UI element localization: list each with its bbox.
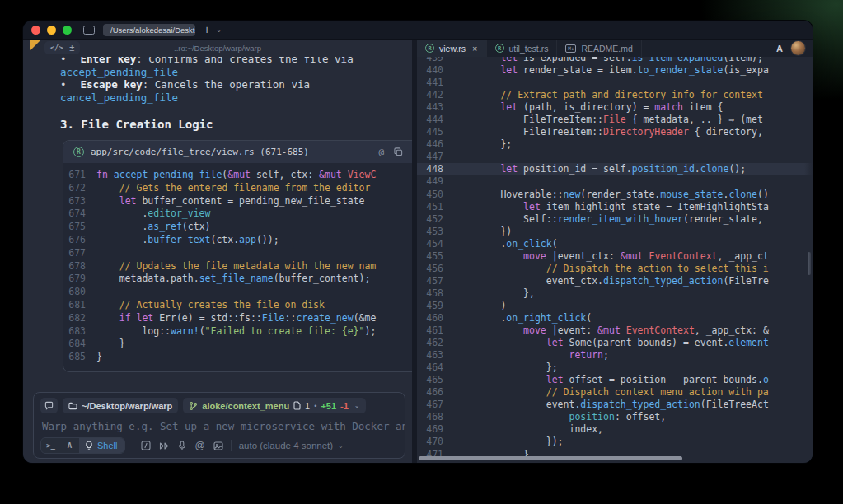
agent-mode-button[interactable]: A <box>60 438 79 453</box>
close-icon[interactable]: × <box>472 44 477 54</box>
line-number: 673 <box>63 195 96 208</box>
close-window-button[interactable] <box>31 26 40 35</box>
line-number: 458 <box>417 287 455 300</box>
bookmark-corner-icon <box>30 40 40 51</box>
line-number: 468 <box>417 411 455 423</box>
doc-bullet-code: accept_pending_file <box>60 66 412 79</box>
git-status-chip[interactable]: aloke/context_menu 1 • +51 -1 ⌄ <box>183 398 365 413</box>
dot-separator: • <box>314 402 316 410</box>
code-line: 675 .as_ref(ctx) <box>63 221 412 234</box>
input-toolbar: >_ A Shell @ <box>34 432 405 454</box>
divider <box>133 440 133 451</box>
tab-list-chevron-icon[interactable]: ⌄ <box>216 26 222 34</box>
attach-image-icon[interactable] <box>213 441 223 450</box>
code-line: 449 <box>417 175 813 188</box>
window-tab[interactable]: /Users/alokedesai/Desktop/warp/w <box>103 24 195 36</box>
vertical-scrollbar[interactable] <box>808 252 811 275</box>
code-line: 684 } <box>63 338 412 351</box>
line-number: 683 <box>63 325 96 338</box>
line-number: 459 <box>417 300 455 312</box>
copy-icon[interactable] <box>394 147 403 156</box>
slash-command-icon[interactable] <box>141 441 151 450</box>
mention-icon[interactable]: @ <box>378 147 384 157</box>
line-number: 671 <box>63 169 96 182</box>
model-selector[interactable]: auto (claude 4 sonnet) ⌄ <box>239 441 344 450</box>
code-line: 448 let position_id = self.position_id.c… <box>417 163 813 175</box>
agent-a-icon: A <box>68 441 72 450</box>
line-number: 678 <box>63 260 96 273</box>
git-branch-name: aloke/context_menu <box>202 401 289 411</box>
code-line: 462 let Some(parent_bounds) = event.elem… <box>417 337 813 349</box>
line-number: 684 <box>63 338 96 351</box>
code-editor[interactable]: 439 let is_expanded = self.is_item_expan… <box>417 57 813 463</box>
tab-label: README.md <box>581 44 632 54</box>
line-number: 451 <box>417 201 455 213</box>
code-block-icon[interactable]: </> <box>50 44 63 52</box>
code-line: 463 return; <box>417 349 813 362</box>
mention-icon[interactable]: @ <box>194 440 204 451</box>
line-number: 462 <box>417 337 455 349</box>
line-number: 443 <box>417 101 455 114</box>
warp-logo-icon[interactable]: A <box>776 44 783 54</box>
tab-readme-md[interactable]: M↓ README.md <box>557 40 641 57</box>
git-additions: +51 <box>321 401 336 411</box>
cwd-chip[interactable]: ~/Desktop/warp/warp <box>63 398 178 413</box>
line-number: 449 <box>417 175 455 188</box>
chevron-down-icon: ⌄ <box>354 402 360 409</box>
code-line: 442 // Extract path and directory info f… <box>417 89 813 101</box>
context-chips-row: ~/Desktop/warp/warp aloke/context_menu 1… <box>34 393 405 416</box>
code-snippet-header: R app/src/code/file_tree/view.rs (671-68… <box>63 141 412 163</box>
code-line: 453 }) <box>417 226 813 238</box>
conversation-bubble-button[interactable] <box>40 398 58 413</box>
command-input[interactable]: Warp anything e.g. Set up a new microser… <box>34 416 405 432</box>
code-line: 682 if let Err(e) = std::fs::File::creat… <box>63 312 412 325</box>
zoom-window-button[interactable] <box>63 26 72 35</box>
lightbulb-icon <box>85 441 93 450</box>
run-forward-icon[interactable] <box>159 441 170 450</box>
shell-mode-button[interactable]: Shell <box>79 438 124 453</box>
tab-util-test-rs[interactable]: R util_test.rs <box>487 40 558 57</box>
doc-section-heading: 3. File Creation Logic <box>60 118 412 131</box>
line-number: 441 <box>417 77 455 89</box>
terminal-pane-path: ..ro:~/Desktop/warp/warp <box>23 44 412 53</box>
line-number: 456 <box>417 263 455 275</box>
sidebar-toggle-icon[interactable] <box>83 26 95 35</box>
warp-window: /Users/alokedesai/Desktop/warp/w + ⌄ ..r… <box>23 21 813 463</box>
line-number: 445 <box>417 126 455 138</box>
file-icon <box>293 401 301 410</box>
code-line: 461 move |event: &mut EventContext, _app… <box>417 324 813 337</box>
code-line: 451 let item_highlight_state = ItemHighl… <box>417 201 813 213</box>
code-snippet-body: 671fn accept_pending_file(&mut self, ctx… <box>63 163 412 371</box>
rust-file-icon: R <box>73 147 84 157</box>
code-line: 445 FileTreeItem::DirectoryHeader { dire… <box>417 126 813 138</box>
line-number: 469 <box>417 423 455 436</box>
code-line: 680 <box>63 286 412 299</box>
code-line: 439 let is_expanded = self.is_item_expan… <box>417 57 813 64</box>
code-line: 458 }, <box>417 287 813 300</box>
divider <box>231 440 232 451</box>
line-number: 465 <box>417 374 455 386</box>
command-input-card: ~/Desktop/warp/warp aloke/context_menu 1… <box>33 392 405 459</box>
microphone-icon[interactable] <box>178 441 186 450</box>
minimize-window-button[interactable] <box>47 26 56 35</box>
new-tab-button[interactable]: + <box>204 24 210 35</box>
code-line: 681 // Actually creates the file on disk <box>63 299 412 312</box>
code-line: 460 .on_right_click( <box>417 312 813 324</box>
line-number: 679 <box>63 273 96 286</box>
line-number: 452 <box>417 213 455 226</box>
horizontal-scrollbar[interactable] <box>419 456 682 460</box>
tab-view-rs[interactable]: R view.rs × <box>417 40 487 57</box>
user-avatar[interactable] <box>791 41 805 55</box>
diff-icon[interactable]: ± <box>69 43 74 53</box>
code-line: 678 // Updates the file metadata with th… <box>63 260 412 273</box>
doc-bullet-code: cancel_pending_file <box>60 91 412 105</box>
terminal-prompt-icon: >_ <box>46 441 55 450</box>
code-line: 456 // Dispatch the action to select thi… <box>417 263 813 275</box>
tab-label: view.rs <box>439 44 466 54</box>
line-number: 470 <box>417 436 455 448</box>
line-number: 450 <box>417 189 455 201</box>
terminal-mode-button[interactable]: >_ <box>41 438 60 453</box>
titlebar: /Users/alokedesai/Desktop/warp/w + ⌄ <box>23 21 813 40</box>
line-number: 457 <box>417 275 455 287</box>
terminal-pane-header: ..ro:~/Desktop/warp/warp </> ± <box>23 40 412 57</box>
